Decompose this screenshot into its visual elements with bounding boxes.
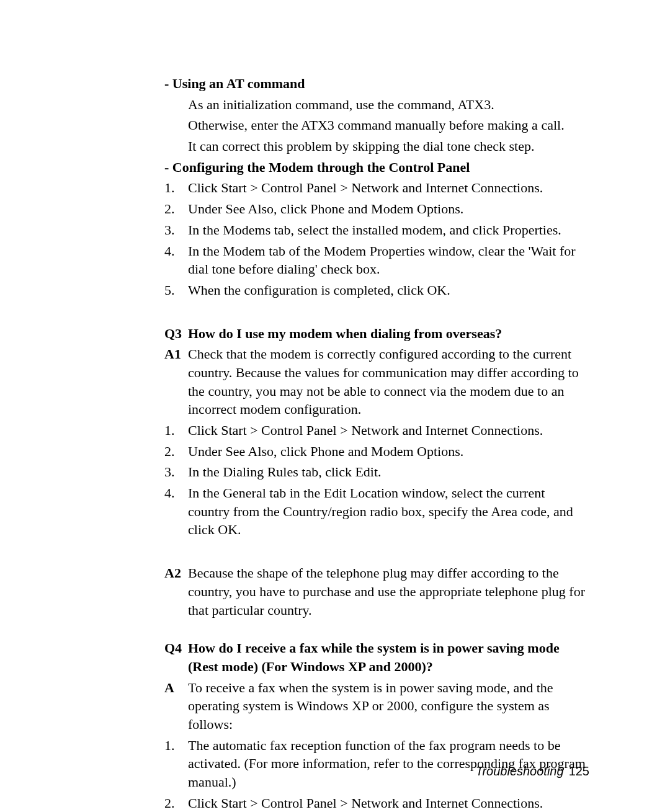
list-number: 4. bbox=[164, 242, 188, 279]
list-number: 4. bbox=[164, 484, 188, 539]
page-container: - Using an AT command As an initializati… bbox=[0, 0, 670, 812]
list-number: 1. bbox=[164, 179, 188, 197]
list-item: 4. In the General tab in the Edit Locati… bbox=[164, 484, 589, 539]
answer-a: A To receive a fax when the system is in… bbox=[164, 679, 589, 734]
page-footer: Troubleshooting125 bbox=[476, 763, 589, 780]
qa-label: A2 bbox=[164, 564, 188, 619]
list-item: 1. Click Start > Control Panel > Network… bbox=[164, 179, 589, 197]
qa-label: Q4 bbox=[164, 639, 188, 676]
list-number: 3. bbox=[164, 463, 188, 481]
list-item: 5. When the configuration is completed, … bbox=[164, 281, 589, 300]
list-item: 2. Click Start > Control Panel > Network… bbox=[164, 794, 589, 812]
list-text: Click Start > Control Panel > Network an… bbox=[188, 179, 589, 197]
list-text: Under See Also, click Phone and Modem Op… bbox=[188, 200, 589, 218]
question-q3: Q3 How do I use my modem when dialing fr… bbox=[164, 324, 589, 343]
list-item: 2. Under See Also, click Phone and Modem… bbox=[164, 200, 589, 218]
footer-section: Troubleshooting bbox=[476, 764, 564, 778]
list-text: In the Modems tab, select the installed … bbox=[188, 221, 589, 239]
list-text: In the Modem tab of the Modem Properties… bbox=[188, 242, 589, 279]
list-number: 1. bbox=[164, 736, 188, 792]
list-text: Click Start > Control Panel > Network an… bbox=[188, 794, 589, 812]
list-item: 3. In the Modems tab, select the install… bbox=[164, 221, 589, 239]
list-number: 5. bbox=[164, 281, 188, 300]
list-number: 3. bbox=[164, 221, 188, 239]
answer-a1: A1 Check that the modem is correctly con… bbox=[164, 345, 589, 419]
list-number: 2. bbox=[164, 442, 188, 461]
qa-label: Q3 bbox=[164, 324, 188, 343]
list-item: 3. In the Dialing Rules tab, click Edit. bbox=[164, 463, 589, 481]
answer-a2: A2 Because the shape of the telephone pl… bbox=[164, 564, 589, 619]
question-text: How do I use my modem when dialing from … bbox=[188, 324, 589, 343]
list-text: Under See Also, click Phone and Modem Op… bbox=[188, 442, 589, 461]
list-item: 4. In the Modem tab of the Modem Propert… bbox=[164, 242, 589, 279]
list-text: When the configuration is completed, cli… bbox=[188, 281, 589, 300]
question-text: How do I receive a fax while the system … bbox=[188, 639, 589, 676]
qa-label: A1 bbox=[164, 345, 188, 419]
footer-page-number: 125 bbox=[569, 764, 589, 778]
qa-label: A bbox=[164, 679, 188, 734]
list-text: In the Dialing Rules tab, click Edit. bbox=[188, 463, 589, 481]
answer-text: Check that the modem is correctly config… bbox=[188, 345, 589, 419]
answer-text: To receive a fax when the system is in p… bbox=[188, 679, 589, 734]
list-number: 1. bbox=[164, 421, 188, 440]
list-number: 2. bbox=[164, 200, 188, 218]
answer-text: Because the shape of the telephone plug … bbox=[188, 564, 589, 619]
list-item: 2. Under See Also, click Phone and Modem… bbox=[164, 442, 589, 461]
list-item: 1. Click Start > Control Panel > Network… bbox=[164, 421, 589, 440]
list-number: 2. bbox=[164, 794, 188, 812]
list-text: Click Start > Control Panel > Network an… bbox=[188, 421, 589, 440]
question-q4: Q4 How do I receive a fax while the syst… bbox=[164, 639, 589, 676]
body-text: Otherwise, enter the ATX3 command manual… bbox=[188, 116, 589, 135]
body-text: As an initialization command, use the co… bbox=[188, 96, 589, 114]
body-text: It can correct this problem by skipping … bbox=[188, 137, 589, 156]
heading-at-command: - Using an AT command bbox=[164, 74, 589, 93]
heading-config-modem: - Configuring the Modem through the Cont… bbox=[164, 158, 589, 177]
list-text: In the General tab in the Edit Location … bbox=[188, 484, 589, 539]
